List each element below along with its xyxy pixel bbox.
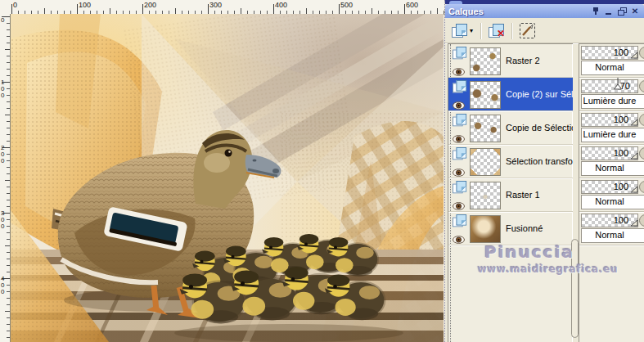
layer-type-icon <box>453 80 466 92</box>
visibility-eye-icon[interactable] <box>453 232 465 247</box>
delete-x-icon: ✕ <box>497 29 505 38</box>
layer-name: Copie (2) sur Sélect <box>506 89 573 110</box>
new-layer-button[interactable]: ▾ <box>448 21 476 41</box>
link-toggle-icon[interactable] <box>639 114 644 126</box>
layer-thumbnail <box>470 182 501 209</box>
ruler-label: 100 <box>1 79 7 99</box>
opacity-slider-handle[interactable] <box>630 52 638 59</box>
ruler-label: 0 <box>1 17 7 24</box>
edit-selection-icon <box>520 23 535 38</box>
layer-row-selection-transformee[interactable]: Sélection transforme <box>448 145 573 178</box>
link-toggle-icon[interactable] <box>639 181 644 193</box>
ruler-label: 500 <box>340 1 353 9</box>
new-layer-icon <box>452 24 467 38</box>
layer-thumbnail <box>470 148 501 176</box>
duck-artwork <box>11 14 444 342</box>
layer-type-icon <box>453 181 466 193</box>
dock-strip <box>445 0 644 4</box>
layers-toolbar: ▾ ✕ <box>445 18 644 43</box>
layer-props-copie-2-sur-selection: 70 Lumière dure► <box>579 78 644 111</box>
blend-mode-select[interactable]: Lumière dure► <box>581 94 644 109</box>
opacity-slider[interactable]: 100 <box>581 180 638 194</box>
layer-row-copie-de-selection[interactable]: Copie de Sélection <box>448 111 573 145</box>
ruler-label: 300 <box>1 210 7 230</box>
delete-layer-icon: ✕ <box>489 24 504 38</box>
palette-titlebar[interactable]: Calques ✕ <box>445 4 644 18</box>
layer-thumbnail <box>470 81 501 109</box>
opacity-slider-handle[interactable] <box>630 152 638 160</box>
opacity-slider[interactable]: 100 <box>581 46 638 60</box>
layer-row-raster-1[interactable]: Raster 1 <box>448 178 573 212</box>
layer-row-copie-2-sur-selection[interactable]: Copie (2) sur Sélect <box>448 78 573 111</box>
minimize-icon <box>606 13 611 15</box>
opacity-slider[interactable]: 100 <box>581 146 638 160</box>
edit-selection-button[interactable] <box>516 21 538 41</box>
minimize-button[interactable] <box>603 6 615 16</box>
restore-button[interactable] <box>616 6 628 16</box>
opacity-slider[interactable]: 100 <box>581 214 638 227</box>
ruler-label: 200 <box>144 1 156 9</box>
link-toggle-icon[interactable] <box>639 147 644 160</box>
link-toggle-icon[interactable] <box>639 47 644 59</box>
opacity-value: 100 <box>614 47 628 57</box>
opacity-value: 100 <box>614 148 628 158</box>
toolbar-separator <box>511 23 512 39</box>
layer-type-icon <box>453 214 466 227</box>
opacity-slider-handle[interactable] <box>613 78 623 91</box>
layer-thumbnail <box>470 47 501 75</box>
layer-props-raster-1: 100 Normal► <box>579 178 644 212</box>
layers-palette: Calques ✕ ▾ ✕ <box>444 0 644 342</box>
ruler-label: 600 <box>406 1 418 9</box>
layer-properties-pane: 100 Normal► 70 Lumière dure► 100 Lumière… <box>579 43 644 342</box>
layer-props-selection-transformee: 100 Normal► <box>579 145 644 178</box>
layer-row-fusionne[interactable]: Fusionné <box>448 212 573 245</box>
ruler-label: 100 <box>79 1 91 9</box>
image-canvas[interactable] <box>10 14 443 342</box>
link-toggle-icon[interactable] <box>639 214 644 227</box>
blend-mode-select[interactable]: Normal► <box>581 61 644 75</box>
blend-mode-select[interactable]: Lumière dure► <box>581 128 644 142</box>
layer-props-fusionne: 100 Normal► <box>579 212 644 245</box>
layer-thumbnail <box>470 215 501 243</box>
opacity-value: 100 <box>614 115 628 124</box>
layer-type-icon <box>453 47 466 59</box>
layer-name: Raster 2 <box>506 56 573 77</box>
layer-name: Raster 1 <box>506 190 573 211</box>
ruler-label: 0 <box>13 1 17 9</box>
delete-layer-button[interactable]: ✕ <box>485 21 507 41</box>
layer-props-raster-2: 100 Normal► <box>579 44 644 78</box>
link-toggle-icon[interactable] <box>639 80 644 92</box>
blend-mode-select[interactable]: Normal► <box>581 161 644 176</box>
pin-button[interactable] <box>590 6 601 16</box>
layer-thumbnail <box>470 115 501 142</box>
blend-mode-select[interactable]: Normal► <box>581 195 644 209</box>
layer-type-icon <box>453 114 466 126</box>
layer-list: Raster 2 Copie (2) sur Sélect Copie de S… <box>448 43 573 342</box>
ruler-label: 300 <box>209 1 222 9</box>
opacity-value: 100 <box>614 182 628 191</box>
horizontal-ruler[interactable]: 0 100 200 300 400 500 600 <box>10 0 444 15</box>
close-button[interactable]: ✕ <box>629 6 641 16</box>
toolbar-separator <box>480 23 481 39</box>
layer-row-raster-2[interactable]: Raster 2 <box>448 44 573 78</box>
layer-props-copie-de-selection: 100 Lumière dure► <box>579 111 644 145</box>
palette-title: Calques <box>448 7 588 16</box>
chevron-down-icon[interactable]: ▾ <box>470 27 473 34</box>
blend-mode-select[interactable]: Normal► <box>581 228 644 243</box>
layer-type-icon <box>453 147 466 160</box>
opacity-slider[interactable]: 100 <box>581 113 638 127</box>
ruler-label: 200 <box>1 145 7 164</box>
ruler-label: 400 <box>1 276 7 295</box>
ruler-label: 400 <box>275 1 287 9</box>
opacity-slider-handle[interactable] <box>630 119 638 126</box>
opacity-slider-handle[interactable] <box>630 219 638 227</box>
close-icon: ✕ <box>629 6 641 16</box>
opacity-slider[interactable]: 70 <box>581 79 638 93</box>
opacity-value: 100 <box>614 215 628 225</box>
layer-name: Copie de Sélection <box>506 123 573 144</box>
document-area: 0 100 200 300 400 500 600 0 100 200 300 … <box>0 0 444 342</box>
layer-name: Sélection transforme <box>506 156 573 178</box>
opacity-slider-handle[interactable] <box>630 186 638 193</box>
layer-name: Fusionné <box>506 223 573 245</box>
